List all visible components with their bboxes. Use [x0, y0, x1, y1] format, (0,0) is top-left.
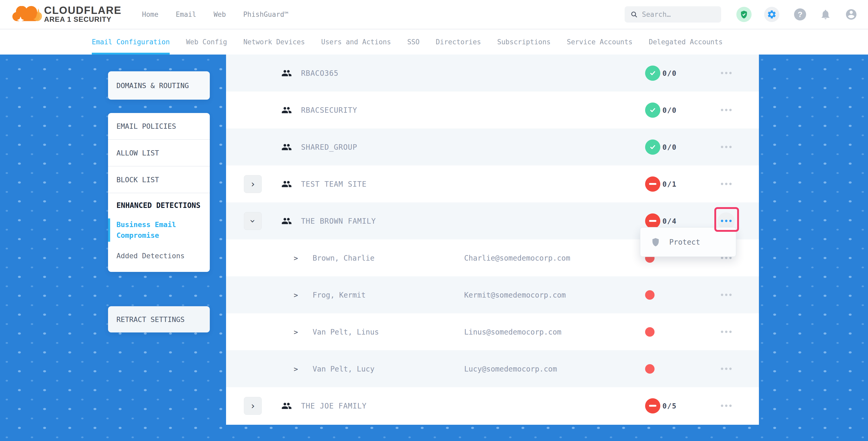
table-row-member: > Van Pelt, Lucy Lucy@somedemocorp.com	[226, 350, 759, 387]
search-input[interactable]	[642, 10, 715, 18]
tab-network-devices[interactable]: Network Devices	[243, 29, 305, 55]
shield-icon	[651, 237, 660, 247]
settings-gear-icon[interactable]	[764, 7, 779, 22]
menu-item-protect[interactable]: Protect	[669, 238, 700, 247]
member-chevron-icon[interactable]: >	[294, 328, 298, 336]
sidebar-item-retract-settings[interactable]: RETRACT SETTINGS	[108, 306, 210, 333]
search-box[interactable]	[625, 6, 721, 23]
chevron-right-icon: ›	[250, 401, 256, 411]
table-row-group: RBACSECURITY 0/0	[226, 92, 759, 128]
expand-row-button[interactable]: ›	[244, 397, 262, 415]
brand-name: CLOUDFLARE	[44, 5, 122, 15]
search-icon	[630, 10, 638, 19]
help-icon[interactable]: ?	[794, 8, 806, 21]
member-name: Van Pelt, Lucy	[313, 365, 374, 373]
group-name: THE JOE FAMILY	[301, 401, 367, 410]
account-icon[interactable]	[845, 8, 858, 21]
row-actions-menu-button[interactable]	[717, 360, 735, 378]
sidebar-policies-card: EMAIL POLICIES ALLOW LIST BLOCK LIST ENH…	[108, 113, 210, 272]
nav-email[interactable]: Email	[176, 10, 196, 18]
group-name: THE BROWN FAMILY	[301, 217, 376, 225]
member-chevron-icon[interactable]: >	[294, 365, 298, 373]
group-name: RBACSECURITY	[301, 106, 357, 114]
member-name: Frog, Kermit	[313, 290, 366, 299]
notifications-bell-icon[interactable]	[820, 9, 831, 20]
directory-table: RBACO365 0/0 RBACSECURITY 0/0	[226, 55, 759, 425]
member-email: Lucy@somedemocorp.com	[464, 365, 557, 373]
member-name: Van Pelt, Linus	[313, 327, 379, 336]
cloudflare-logo[interactable]: CLOUDFLARE AREA 1 SECURITY	[11, 5, 122, 24]
shield-check-icon[interactable]	[736, 7, 751, 22]
row-actions-menu-button[interactable]	[717, 64, 735, 82]
group-name: TEST TEAM SITE	[301, 180, 367, 188]
sidebar-item-added-detections[interactable]: Added Detections	[108, 249, 210, 263]
tab-subscriptions[interactable]: Subscriptions	[497, 29, 551, 55]
group-name: RBACO365	[301, 69, 339, 77]
header-right-cluster: ?	[625, 6, 858, 23]
group-icon	[281, 216, 292, 226]
sidebar-label: BLOCK LIST	[117, 176, 159, 184]
group-icon	[281, 401, 292, 411]
status-unprotected-icon	[645, 398, 660, 413]
content-area: DOMAINS & ROUTING EMAIL POLICIES ALLOW L…	[0, 55, 868, 441]
tab-sso[interactable]: SSO	[407, 29, 420, 55]
top-header: CLOUDFLARE AREA 1 SECURITY Home Email We…	[0, 0, 868, 29]
status-protected-icon	[645, 66, 660, 81]
protection-count: 0/4	[662, 217, 677, 225]
expand-row-button[interactable]: ›	[244, 175, 262, 193]
nav-web[interactable]: Web	[213, 10, 226, 18]
tab-email-configuration[interactable]: Email Configuration	[92, 29, 170, 55]
table-row-member: > Van Pelt, Linus Linus@somedemocorp.com	[226, 313, 759, 350]
protection-count: 0/0	[662, 143, 677, 151]
member-name: Brown, Charlie	[313, 254, 374, 262]
protection-count: 0/0	[662, 106, 677, 114]
tab-service-accounts[interactable]: Service Accounts	[567, 29, 632, 55]
sidebar-item-block-list[interactable]: BLOCK LIST	[108, 166, 210, 193]
status-unprotected-dot	[645, 290, 655, 300]
row-actions-menu-button[interactable]	[717, 286, 735, 304]
row-actions-menu-button[interactable]	[717, 138, 735, 156]
protection-count: 0/0	[662, 69, 677, 77]
row-context-menu: Protect	[640, 227, 736, 257]
table-row-group: › THE JOE FAMILY 0/5	[226, 387, 759, 424]
member-chevron-icon[interactable]: >	[294, 254, 298, 262]
sidebar-item-domains-routing[interactable]: DOMAINS & ROUTING	[108, 71, 210, 100]
group-icon	[281, 105, 292, 115]
sidebar-item-allow-list[interactable]: ALLOW LIST	[108, 140, 210, 166]
member-email: Linus@somedemocorp.com	[464, 327, 561, 336]
protection-count: 0/5	[662, 402, 677, 410]
tab-web-config[interactable]: Web Config	[186, 29, 227, 55]
group-icon	[281, 179, 292, 189]
help-glyph: ?	[798, 10, 802, 19]
table-row-group: RBACO365 0/0	[226, 55, 759, 92]
row-actions-menu-button[interactable]	[717, 101, 735, 119]
row-actions-menu-button[interactable]	[717, 176, 735, 193]
enhanced-detections-title: ENHANCED DETECTIONS	[108, 200, 210, 211]
status-unprotected-icon	[645, 177, 660, 192]
collapse-row-button[interactable]: ›	[244, 212, 262, 230]
table-row-group: SHARED_GROUP 0/0	[226, 128, 759, 165]
group-icon	[281, 142, 292, 152]
cloudflare-cloud-icon	[11, 6, 42, 23]
section-tabbar: Email Configuration Web Config Network D…	[0, 29, 868, 55]
status-unprotected-dot	[645, 364, 655, 374]
status-unprotected-icon	[645, 213, 660, 229]
status-unprotected-dot	[645, 327, 655, 337]
sidebar-item-email-policies[interactable]: EMAIL POLICIES	[108, 113, 210, 140]
sidebar-label: RETRACT SETTINGS	[108, 315, 185, 323]
row-actions-menu-button[interactable]	[717, 323, 735, 341]
member-chevron-icon[interactable]: >	[294, 291, 298, 299]
tab-users-and-actions[interactable]: Users and Actions	[321, 29, 391, 55]
table-row-group: › TEST TEAM SITE 0/1	[226, 165, 759, 202]
sidebar-item-business-email-compromise[interactable]: Business Email Compromise	[108, 218, 210, 242]
nav-phishguard[interactable]: PhishGuard™	[243, 10, 288, 18]
member-email: Charlie@somedemocorp.com	[464, 254, 570, 262]
nav-home[interactable]: Home	[142, 10, 159, 18]
group-icon	[281, 68, 292, 78]
table-row-member: > Frog, Kermit Kermit@somedemocorp.com	[226, 276, 759, 313]
chevron-right-icon: ›	[250, 179, 256, 189]
tab-delegated-accounts[interactable]: Delegated Accounts	[649, 29, 723, 55]
sidebar-label: DOMAINS & ROUTING	[108, 82, 189, 90]
tab-directories[interactable]: Directories	[436, 29, 481, 55]
row-actions-menu-button[interactable]	[717, 397, 735, 414]
